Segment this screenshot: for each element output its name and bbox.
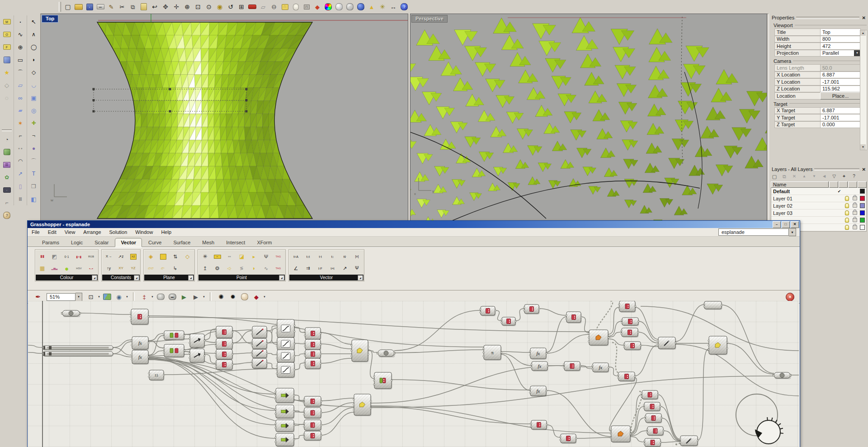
layer-lock-icon[interactable]: [851, 211, 859, 215]
col-swatch-icon[interactable]: ▦: [36, 262, 48, 274]
prop-value-location[interactable]: Place...: [820, 92, 861, 100]
scroll-up-icon[interactable]: ▲: [860, 30, 866, 36]
tab-curve[interactable]: Curve: [143, 238, 167, 247]
gh-node-gm-19[interactable]: [276, 319, 295, 338]
sphere-white-icon[interactable]: [334, 1, 344, 12]
selection-handle[interactable]: [245, 99, 248, 101]
pt-tag-icon[interactable]: TAG: [272, 251, 284, 262]
gh-node-r-59[interactable]: [641, 390, 659, 400]
menu-window[interactable]: Window: [131, 228, 157, 236]
gh-node-num-6[interactable]: 11: [148, 370, 165, 381]
pt-plane-icon[interactable]: ◪: [236, 251, 248, 262]
prop-value-z-location[interactable]: 115.962: [820, 86, 861, 93]
srf-curved-icon[interactable]: ◡: [28, 79, 40, 91]
pt-grid-icon[interactable]: ▫▫: [223, 251, 236, 262]
plane-d-icon[interactable]: ◇: [181, 251, 193, 262]
gh-node-gr-7[interactable]: [163, 331, 185, 341]
vec-xyz-icon[interactable]: Ψ: [351, 262, 363, 274]
layer-visible-bulb-icon[interactable]: [843, 210, 851, 215]
menu-arrange[interactable]: Arrange: [79, 228, 105, 236]
gh-node-r-3[interactable]: [130, 309, 149, 325]
gh-node-r-53[interactable]: [480, 306, 496, 316]
gh-node-r-47[interactable]: [618, 372, 636, 382]
prop-value-x-location[interactable]: 6.887: [820, 71, 861, 79]
gh-node-cap-28[interactable]: [377, 350, 396, 357]
gh-node-ar-9[interactable]: [189, 334, 205, 348]
layer-tools-icon[interactable]: ✦: [840, 173, 849, 180]
undo-icon[interactable]: ↩: [149, 1, 160, 12]
zoom-combo-arrow-icon[interactable]: ▾: [75, 293, 82, 301]
gh-node-r-24[interactable]: [304, 339, 321, 351]
gh-node-fx-46[interactable]: fx: [592, 363, 609, 373]
maximize-button[interactable]: □: [782, 221, 790, 228]
tab-mesh[interactable]: Mesh: [197, 238, 220, 247]
vec-add-icon[interactable]: t+t: [326, 262, 339, 274]
gh-node-r-62[interactable]: [646, 427, 664, 436]
vec-unit2-icon[interactable]: t↕t: [302, 251, 314, 262]
gh-node-sl-17[interactable]: [251, 349, 268, 359]
layer-color-swatch[interactable]: [859, 225, 866, 230]
gh-node-r-12[interactable]: [215, 338, 233, 350]
properties-close-icon[interactable]: ✕: [861, 15, 867, 20]
pt-pull-icon[interactable]: ◁·: [223, 262, 236, 274]
gh-node-r-14[interactable]: [215, 360, 233, 371]
pt-hex-icon[interactable]: ❂: [211, 262, 223, 274]
explode-icon[interactable]: ✶: [14, 117, 27, 129]
pt-decon-icon[interactable]: ↥: [199, 262, 211, 274]
new-doc-icon[interactable]: ▢: [62, 1, 73, 12]
sphere-blue-icon[interactable]: [355, 1, 366, 12]
layer-filter-icon[interactable]: ▽: [830, 173, 839, 180]
car-icon[interactable]: [247, 1, 258, 12]
dropdown-arrow-icon[interactable]: ▼: [854, 50, 860, 57]
toolbar-grip[interactable]: [59, 2, 61, 12]
layer-name[interactable]: Layer 02: [771, 203, 835, 209]
vec-force-icon[interactable]: t·F: [314, 262, 326, 274]
bulb-icon[interactable]: [290, 1, 301, 12]
gh-node-r-51[interactable]: [623, 342, 642, 351]
gh-node-fx-5[interactable]: fx: [131, 350, 149, 365]
ribbon-icon[interactable]: ✿: [0, 171, 13, 184]
gh-node-gr-8[interactable]: [163, 344, 185, 358]
gh-node-r-60[interactable]: [643, 402, 661, 412]
pan-icon[interactable]: ✥: [160, 1, 171, 12]
gh-node-r-34[interactable]: [303, 396, 322, 407]
corner-icon[interactable]: ⌐: [14, 129, 27, 142]
gh-node-ar-10[interactable]: [189, 349, 205, 363]
orbit-icon[interactable]: ✛: [171, 1, 182, 12]
selection-handle[interactable]: [169, 110, 171, 113]
minimize-button[interactable]: –: [773, 221, 781, 228]
puzzle-icon[interactable]: ✚: [28, 117, 40, 129]
tab-xform[interactable]: XForm: [251, 238, 277, 247]
snap-f-icon[interactable]: F: [0, 41, 13, 53]
center-icon[interactable]: ⊖: [269, 1, 279, 12]
blob-icon[interactable]: ●: [28, 142, 40, 155]
tab-surface[interactable]: Surface: [168, 238, 196, 247]
arc-d-icon[interactable]: ◗: [28, 53, 40, 66]
gh-node-r-55[interactable]: [524, 304, 540, 314]
dimension-icon[interactable]: ↔: [388, 1, 399, 12]
annotate-icon[interactable]: ✎: [106, 1, 117, 12]
gh-node-pn-52[interactable]: [657, 337, 676, 350]
pt-ruler-icon[interactable]: ▪▪: [211, 251, 223, 262]
tab-vector[interactable]: Vector: [115, 238, 142, 247]
cube-save-icon[interactable]: ◧: [28, 193, 40, 205]
selection-handle[interactable]: [93, 88, 95, 90]
gh-node-r-23[interactable]: [304, 328, 321, 340]
gh-node-slider-2[interactable]: [42, 352, 113, 357]
rectangle-icon[interactable]: ▭: [14, 53, 27, 66]
grasshopper-titlebar[interactable]: Grasshopper - esplanade –□✕: [28, 221, 800, 228]
col-caps-icon[interactable]: ▮▮: [36, 251, 48, 262]
gh-node-fx-42[interactable]: fx: [529, 386, 547, 397]
col-bars-icon[interactable]: ▂▅▃: [48, 262, 61, 274]
copy-icon[interactable]: ⧉: [127, 1, 138, 12]
layer-name[interactable]: Layer 03: [771, 210, 835, 216]
viewport-top-label[interactable]: Top: [42, 15, 58, 23]
group-expand-icon[interactable]: ◢: [92, 275, 97, 281]
curve-icon[interactable]: ∿: [14, 28, 27, 41]
links-icon[interactable]: ∴: [279, 1, 290, 12]
col-palette-icon[interactable]: ◩: [48, 251, 61, 262]
plane-g-icon[interactable]: ↳: [169, 262, 181, 274]
gh-node-ym-65[interactable]: [708, 336, 728, 355]
gh-node-r-54[interactable]: [501, 317, 516, 326]
close-button[interactable]: ✕: [791, 221, 799, 228]
